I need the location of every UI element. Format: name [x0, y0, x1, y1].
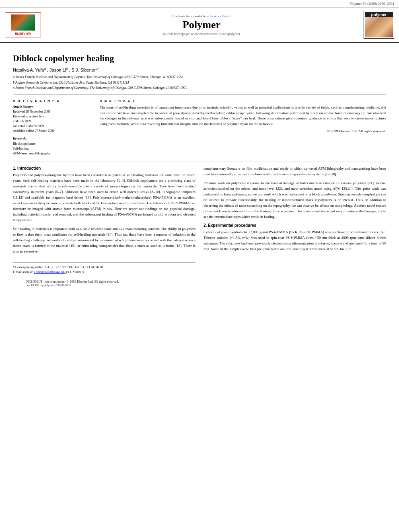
keywords-list: Block copolymer Self-healing AFM-based n…	[13, 142, 88, 156]
author-c-sup: c,*	[96, 67, 99, 70]
top-bar: Polymer 50 (2009) 2630–2634	[0, 0, 399, 8]
journal-center: Contents lists available at ScienceDirec…	[41, 14, 362, 36]
keyword-1: Block copolymer	[13, 142, 35, 146]
authors-line: Nataliya A. Yufaa , Jason Lib , S.J. Sib…	[13, 67, 386, 72]
email-link[interactable]: s-sibener@uchicago.edu	[34, 270, 66, 274]
abstract-panel: A B S T R A C T The issue of self-healin…	[100, 99, 386, 156]
bottom-bar: 0032-3861/$ – see front matter © 2009 El…	[13, 278, 386, 289]
journal-right: polymer	[362, 11, 394, 39]
received-revised-label: Received in revised form	[13, 115, 45, 118]
badge-title-text: polymer	[365, 12, 393, 17]
affiliation-c: c James Franck Institute and Department …	[13, 86, 386, 90]
email-label: E-mail address:	[13, 270, 33, 274]
badge-image	[365, 17, 393, 37]
author-c-name: , S.J. Sibener	[69, 68, 96, 72]
article-title: Diblock copolymer healing	[13, 53, 386, 64]
info-dates: Received 28 November 2008 Received in re…	[13, 109, 88, 134]
section1-para1: Polymers and polymer–inorganic hybrids h…	[13, 173, 195, 223]
elsevier-label: ELSEVIER	[15, 32, 31, 35]
abstract-copyright: © 2009 Elsevier Ltd. All rights reserved…	[100, 129, 386, 133]
history-label: Article history:	[13, 105, 88, 109]
author-a-sup: a	[44, 67, 45, 70]
available-online-date: Available online 27 March 2009	[13, 129, 54, 133]
received-date: Received 28 November 2008	[13, 110, 51, 113]
section1-right-para2: Previous work on polymeric response to m…	[204, 181, 386, 220]
keywords-label: Keywords:	[13, 137, 88, 140]
affiliation-b: b Asylum Research Corporation, 6310 Holl…	[13, 80, 386, 85]
section1-para2: Self-healing of materials is important b…	[13, 226, 195, 255]
revised-date: 1 March 2009	[13, 119, 31, 123]
main-content: Diblock copolymer healing Nataliya A. Yu…	[0, 43, 399, 294]
science-direct-link[interactable]: ScienceDirect	[210, 14, 230, 18]
elsevier-logo: ELSEVIER	[5, 12, 41, 37]
keyword-3: AFM-based nanolithography	[13, 152, 50, 155]
abstract-text: The issue of self-healing materials is o…	[100, 105, 386, 127]
email-name: (S.J. Sibener).	[66, 270, 84, 274]
author-a-name: Nataliya A. Yufa	[13, 68, 44, 72]
body-columns: 1. Introduction Polymers and polymer–ino…	[13, 166, 386, 275]
section1-heading: 1. Introduction	[13, 166, 195, 170]
issn-line: 0032-3861/$ – see front matter © 2009 El…	[26, 280, 373, 283]
journal-homepage: journal homepage: www.elsevier.com/locat…	[41, 32, 362, 36]
polymer-badge: polymer	[364, 11, 394, 39]
corresponding-author-note: * Corresponding author. Tel.: +1 773 702…	[13, 265, 195, 270]
citation-text: Polymer 50 (2009) 2630–2634	[350, 2, 394, 6]
abstract-title: A B S T R A C T	[100, 99, 386, 103]
col-right: complementary literature on film modific…	[204, 166, 386, 275]
accepted-date: Accepted 7 March 2009	[13, 124, 44, 128]
doi-line: doi:10.1016/j.polymer.2009.03.037	[26, 283, 373, 287]
header-divider	[13, 94, 386, 95]
section2-heading: 2. Experimental procedures	[204, 223, 386, 228]
article-info-title: A R T I C L E I N F O	[13, 99, 88, 103]
science-direct-line: Contents lists available at ScienceDirec…	[41, 14, 362, 18]
journal-header: ELSEVIER Contents lists available at Sci…	[0, 8, 399, 43]
section1-right-para1: complementary literature on film modific…	[204, 166, 386, 177]
col-left: 1. Introduction Polymers and polymer–ino…	[13, 166, 195, 275]
author-b-name: , Jason Li	[47, 68, 66, 72]
email-line: E-mail address: s-sibener@uchicago.edu (…	[13, 270, 195, 275]
journal-name: Polymer	[41, 19, 362, 31]
article-info-panel: A R T I C L E I N F O Article history: R…	[13, 99, 93, 156]
elsevier-icon	[11, 14, 35, 31]
author-b-sup: b	[66, 67, 68, 70]
affiliation-a: a James Franck Institute and Department …	[13, 75, 386, 80]
info-abstract-section: A R T I C L E I N F O Article history: R…	[13, 99, 386, 156]
section2-para1: Cylindrical phase syndiotactic 77,000 g/…	[204, 230, 386, 252]
footnote-area: * Corresponding author. Tel.: +1 773 702…	[13, 262, 195, 275]
keyword-2: Self-healing	[13, 147, 29, 150]
body-divider	[13, 162, 386, 162]
